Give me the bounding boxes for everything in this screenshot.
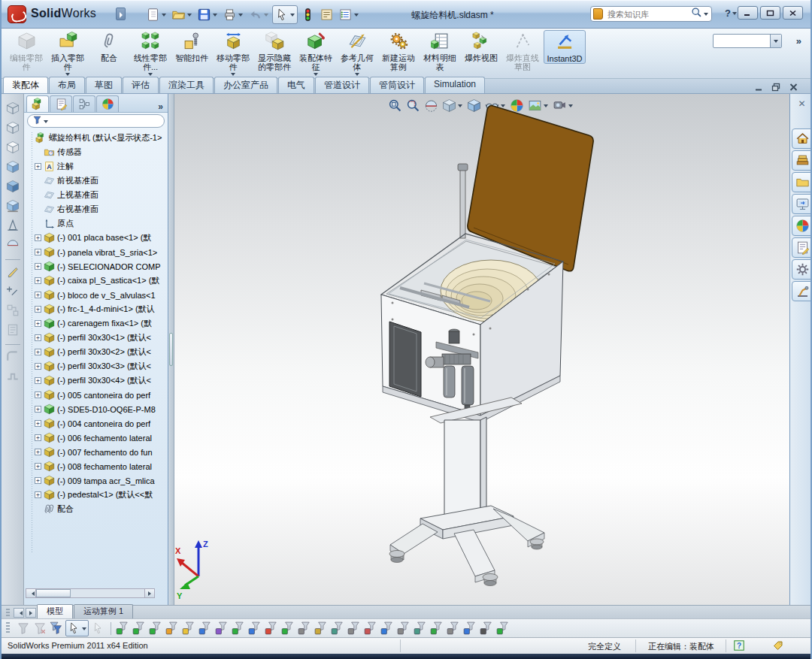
scroll-left-icon[interactable]	[26, 589, 36, 597]
tree-horizontal-scrollbar[interactable]	[26, 588, 155, 598]
dropdown-caret-icon[interactable]	[162, 14, 166, 19]
expand-icon[interactable]: +	[35, 292, 41, 298]
help-button[interactable]: ?	[725, 8, 738, 19]
command-tab-1[interactable]: 布局	[49, 77, 85, 93]
expand-icon[interactable]: +	[35, 434, 41, 441]
command-tab-3[interactable]: 评估	[123, 77, 159, 93]
filter-cosmetic-threads-button[interactable]	[429, 621, 444, 636]
doc-restore-button[interactable]	[771, 81, 781, 95]
dropdown-caret-icon[interactable]	[238, 14, 243, 19]
insert-component-button[interactable]: 插入零部件	[47, 30, 88, 78]
tree-item[interactable]: + (-) carenagem fixa<1> (默	[24, 316, 168, 331]
maximize-button[interactable]	[760, 6, 780, 20]
dropdown-caret-icon[interactable]	[82, 627, 86, 633]
search-icon[interactable]	[691, 7, 702, 21]
command-tab-9[interactable]: Simulation	[425, 77, 485, 93]
tree-item[interactable]: 配合	[24, 502, 168, 516]
filter-edges-button[interactable]	[132, 621, 147, 636]
shaded-button[interactable]	[6, 180, 20, 196]
filter-sketch-segments-button[interactable]	[280, 621, 295, 636]
tree-item[interactable]: + (-) panela vibrat_S_sria<1>	[24, 245, 168, 259]
filter-weld-symbols-button[interactable]	[396, 621, 411, 636]
fm-appearance-tab[interactable]	[96, 95, 119, 112]
expand-icon[interactable]: +	[35, 306, 41, 313]
filter-axes-button[interactable]	[198, 621, 213, 636]
hidden-lines-removed-button[interactable]	[6, 141, 20, 157]
tree-item[interactable]: + (-) 008 fechamento lateral	[24, 459, 168, 473]
perspective-button[interactable]	[6, 219, 20, 235]
tree-item[interactable]: + (-) perfil 30x30<3> (默认<	[24, 359, 168, 373]
fm-config-tab[interactable]	[73, 95, 95, 112]
doc-close-button[interactable]	[789, 81, 798, 95]
tree-item[interactable]: + (-) SELECIONADOR COMP	[24, 259, 168, 274]
tree-item[interactable]: + A 注解	[24, 159, 168, 174]
filter-caret-icon[interactable]	[44, 120, 48, 125]
acrylic-lid[interactable]	[468, 106, 593, 271]
search-input[interactable]	[606, 9, 691, 20]
display-states-button[interactable]	[6, 304, 20, 320]
file-properties-button[interactable]	[318, 6, 335, 23]
filter-balloons-button[interactable]	[363, 621, 378, 636]
close-button[interactable]	[783, 6, 803, 20]
open-button[interactable]	[170, 6, 194, 23]
filter-routing-points-button[interactable]	[479, 621, 494, 636]
bom-button[interactable]: 材料明细表	[420, 30, 460, 71]
command-tab-4[interactable]: 渲染工具	[159, 77, 214, 93]
expand-icon[interactable]: +	[35, 263, 41, 270]
file-explorer-tab[interactable]	[792, 172, 812, 192]
performance-button[interactable]	[299, 6, 317, 23]
print-button[interactable]	[221, 6, 245, 23]
expand-icon[interactable]: +	[35, 391, 41, 398]
tree-item[interactable]: + (-) frc-1_4-d-mini<1> (默认	[24, 302, 168, 316]
new-document-button[interactable]	[144, 6, 168, 23]
clear-all-filters-button[interactable]	[32, 621, 47, 636]
move-component-button[interactable]: 移动零部件	[213, 30, 253, 78]
dropdown-caret-icon[interactable]	[213, 14, 217, 19]
search-dropdown-caret[interactable]	[704, 13, 708, 18]
design-library-tab[interactable]	[792, 150, 812, 171]
weldment-member-button[interactable]	[6, 369, 20, 385]
task-pane-close-icon[interactable]: ✕	[790, 98, 812, 109]
filter-datums-button[interactable]	[380, 621, 395, 636]
tree-item[interactable]: 原点	[24, 216, 168, 231]
tree-item[interactable]: + (-) perfil 30x30<2> (默认<	[24, 345, 168, 359]
command-tab-0[interactable]: 装配体	[3, 77, 48, 93]
shaded-with-edges-button[interactable]	[6, 160, 20, 177]
sketch-button[interactable]	[6, 265, 20, 281]
tree-item[interactable]: + (-) bloco de v_S_alvulas<1	[24, 288, 168, 302]
model-tab-0[interactable]: 模型	[37, 604, 73, 618]
select-other-button[interactable]	[90, 621, 105, 636]
command-tab-8[interactable]: 管筒设计	[370, 77, 424, 93]
command-tab-2[interactable]: 草图	[86, 77, 122, 93]
dropdown-caret-icon[interactable]	[290, 14, 295, 19]
tag-icon[interactable]	[773, 640, 783, 652]
reference-geometry-button[interactable]: 参考几何体	[337, 30, 377, 78]
expand-icon[interactable]: +	[35, 334, 41, 341]
tree-item[interactable]: 螺旋给料机 (默认<显示状态-1>	[24, 131, 168, 145]
doc-minimize-button[interactable]	[754, 81, 764, 95]
tree-item[interactable]: 右视基准面	[24, 202, 168, 216]
expand-icon[interactable]: +	[35, 163, 41, 170]
expand-icon[interactable]: +	[35, 363, 41, 370]
panel-splitter[interactable]	[168, 94, 174, 605]
fm-feature-tab[interactable]	[26, 95, 49, 112]
assembly-model[interactable]: Z X Y	[174, 94, 789, 605]
command-tab-6[interactable]: 电气	[278, 77, 314, 93]
tree-item[interactable]: + (-) 004 cantoneira do perf	[24, 416, 168, 431]
expand-icon[interactable]: +	[35, 477, 41, 484]
motion-study-button[interactable]: 新建运动算例	[378, 30, 419, 71]
expand-icon[interactable]: +	[35, 420, 41, 427]
linear-pattern-button[interactable]: 线性零部件...	[130, 30, 171, 78]
expand-icon[interactable]: +	[35, 491, 41, 498]
smart-dimension-button[interactable]	[6, 284, 20, 301]
toggle-selection-filters-button[interactable]	[16, 621, 31, 636]
tree-item[interactable]: + (-) 009 tampa acr_S_mlica	[24, 473, 168, 488]
tree-item[interactable]: + (-) perfil 30x30<1> (默认<	[24, 331, 168, 345]
expand-icon[interactable]: +	[35, 406, 41, 413]
tab-scroll-left-icon[interactable]	[14, 608, 24, 618]
fm-overflow-chevron[interactable]: »	[158, 101, 163, 112]
tree-item[interactable]: + (-) 001 placa base<1> (默	[24, 231, 168, 245]
dropdown-caret-icon[interactable]	[264, 14, 268, 19]
hidden-lines-visible-button[interactable]	[6, 121, 20, 138]
section-view-button[interactable]	[6, 238, 20, 255]
